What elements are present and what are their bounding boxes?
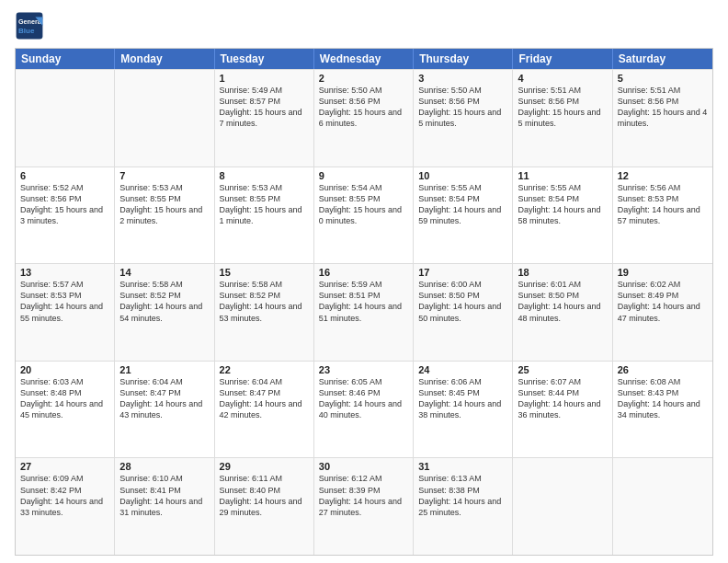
- calendar-cell: 5Sunrise: 5:51 AM Sunset: 8:56 PM Daylig…: [613, 70, 712, 167]
- weekday-header: Monday: [115, 49, 214, 69]
- day-number: 26: [618, 364, 708, 375]
- calendar-cell: 17Sunrise: 6:00 AM Sunset: 8:50 PM Dayli…: [414, 264, 513, 361]
- day-info: Sunrise: 6:02 AM Sunset: 8:49 PM Dayligh…: [618, 279, 708, 324]
- logo-icon: General Blue: [15, 11, 44, 40]
- day-number: 9: [319, 170, 408, 181]
- day-number: 28: [119, 461, 209, 472]
- calendar-cell: 2Sunrise: 5:50 AM Sunset: 8:56 PM Daylig…: [314, 70, 414, 167]
- calendar-cell: 9Sunrise: 5:54 AM Sunset: 8:55 PM Daylig…: [314, 167, 414, 264]
- calendar-cell: 12Sunrise: 5:56 AM Sunset: 8:53 PM Dayli…: [613, 167, 712, 264]
- day-info: Sunrise: 5:52 AM Sunset: 8:56 PM Dayligh…: [20, 182, 109, 227]
- calendar-cell: 18Sunrise: 6:01 AM Sunset: 8:50 PM Dayli…: [513, 264, 612, 361]
- day-info: Sunrise: 5:58 AM Sunset: 8:52 PM Dayligh…: [220, 279, 309, 324]
- calendar-cell: 14Sunrise: 5:58 AM Sunset: 8:52 PM Dayli…: [115, 264, 214, 361]
- calendar-cell: 7Sunrise: 5:53 AM Sunset: 8:55 PM Daylig…: [115, 167, 214, 264]
- day-info: Sunrise: 5:59 AM Sunset: 8:51 PM Dayligh…: [319, 279, 408, 324]
- day-number: 4: [518, 73, 607, 84]
- calendar-header: SundayMondayTuesdayWednesdayThursdayFrid…: [16, 49, 712, 69]
- day-info: Sunrise: 6:00 AM Sunset: 8:50 PM Dayligh…: [418, 279, 507, 324]
- calendar-cell: 30Sunrise: 6:12 AM Sunset: 8:39 PM Dayli…: [314, 458, 414, 555]
- day-info: Sunrise: 5:53 AM Sunset: 8:55 PM Dayligh…: [220, 182, 309, 227]
- weekday-header: Saturday: [613, 49, 712, 69]
- day-number: 6: [20, 170, 109, 181]
- day-info: Sunrise: 5:51 AM Sunset: 8:56 PM Dayligh…: [518, 85, 607, 130]
- day-number: 5: [618, 73, 708, 84]
- weekday-header: Friday: [513, 49, 612, 69]
- calendar-cell: 20Sunrise: 6:03 AM Sunset: 8:48 PM Dayli…: [16, 362, 115, 458]
- calendar-cell: 31Sunrise: 6:13 AM Sunset: 8:38 PM Dayli…: [414, 458, 513, 555]
- day-number: 27: [20, 461, 109, 472]
- day-number: 31: [418, 461, 507, 472]
- day-info: Sunrise: 5:55 AM Sunset: 8:54 PM Dayligh…: [518, 182, 607, 227]
- calendar-cell: 24Sunrise: 6:06 AM Sunset: 8:45 PM Dayli…: [414, 362, 513, 458]
- calendar-cell: 29Sunrise: 6:11 AM Sunset: 8:40 PM Dayli…: [215, 458, 314, 555]
- day-number: 13: [20, 267, 109, 278]
- svg-text:Blue: Blue: [18, 27, 35, 35]
- day-info: Sunrise: 5:57 AM Sunset: 8:53 PM Dayligh…: [20, 279, 109, 324]
- calendar-cell: 28Sunrise: 6:10 AM Sunset: 8:41 PM Dayli…: [115, 458, 214, 555]
- calendar-cell: 1Sunrise: 5:49 AM Sunset: 8:57 PM Daylig…: [215, 70, 314, 167]
- calendar-body: 1Sunrise: 5:49 AM Sunset: 8:57 PM Daylig…: [16, 69, 712, 555]
- calendar-cell: 15Sunrise: 5:58 AM Sunset: 8:52 PM Dayli…: [215, 264, 314, 361]
- day-info: Sunrise: 5:58 AM Sunset: 8:52 PM Dayligh…: [119, 279, 209, 324]
- day-number: 1: [220, 73, 309, 84]
- day-number: 29: [220, 461, 309, 472]
- day-info: Sunrise: 5:56 AM Sunset: 8:53 PM Dayligh…: [618, 182, 708, 227]
- calendar-cell: 11Sunrise: 5:55 AM Sunset: 8:54 PM Dayli…: [513, 167, 612, 264]
- calendar-cell: [115, 70, 214, 167]
- calendar-cell: [613, 458, 712, 555]
- day-number: 30: [319, 461, 408, 472]
- day-info: Sunrise: 6:13 AM Sunset: 8:38 PM Dayligh…: [418, 473, 507, 518]
- day-info: Sunrise: 5:53 AM Sunset: 8:55 PM Dayligh…: [119, 182, 209, 227]
- calendar-cell: 13Sunrise: 5:57 AM Sunset: 8:53 PM Dayli…: [16, 264, 115, 361]
- calendar-row: 20Sunrise: 6:03 AM Sunset: 8:48 PM Dayli…: [16, 361, 712, 458]
- calendar-cell: 8Sunrise: 5:53 AM Sunset: 8:55 PM Daylig…: [215, 167, 314, 264]
- day-info: Sunrise: 5:50 AM Sunset: 8:56 PM Dayligh…: [418, 85, 507, 130]
- calendar-cell: 22Sunrise: 6:04 AM Sunset: 8:47 PM Dayli…: [215, 362, 314, 458]
- calendar-cell: 3Sunrise: 5:50 AM Sunset: 8:56 PM Daylig…: [414, 70, 513, 167]
- day-info: Sunrise: 6:07 AM Sunset: 8:44 PM Dayligh…: [518, 376, 607, 421]
- day-number: 14: [119, 267, 209, 278]
- day-number: 2: [319, 73, 408, 84]
- calendar: SundayMondayTuesdayWednesdayThursdayFrid…: [15, 48, 713, 556]
- day-info: Sunrise: 5:50 AM Sunset: 8:56 PM Dayligh…: [319, 85, 408, 130]
- weekday-header: Thursday: [414, 49, 513, 69]
- day-number: 10: [418, 170, 507, 181]
- day-number: 23: [319, 364, 408, 375]
- day-info: Sunrise: 6:11 AM Sunset: 8:40 PM Dayligh…: [220, 473, 309, 518]
- day-number: 24: [418, 364, 507, 375]
- day-number: 21: [119, 364, 209, 375]
- calendar-cell: 25Sunrise: 6:07 AM Sunset: 8:44 PM Dayli…: [513, 362, 612, 458]
- weekday-header: Sunday: [16, 49, 115, 69]
- day-number: 15: [220, 267, 309, 278]
- calendar-row: 6Sunrise: 5:52 AM Sunset: 8:56 PM Daylig…: [16, 167, 712, 264]
- weekday-header: Wednesday: [314, 49, 414, 69]
- day-info: Sunrise: 5:55 AM Sunset: 8:54 PM Dayligh…: [418, 182, 507, 227]
- calendar-cell: [16, 70, 115, 167]
- day-number: 7: [119, 170, 209, 181]
- day-number: 17: [418, 267, 507, 278]
- day-info: Sunrise: 6:10 AM Sunset: 8:41 PM Dayligh…: [119, 473, 209, 518]
- calendar-cell: 23Sunrise: 6:05 AM Sunset: 8:46 PM Dayli…: [314, 362, 414, 458]
- day-number: 19: [618, 267, 708, 278]
- logo: General Blue: [15, 11, 44, 40]
- day-number: 18: [518, 267, 607, 278]
- day-number: 12: [618, 170, 708, 181]
- calendar-cell: 21Sunrise: 6:04 AM Sunset: 8:47 PM Dayli…: [115, 362, 214, 458]
- calendar-row: 27Sunrise: 6:09 AM Sunset: 8:42 PM Dayli…: [16, 457, 712, 555]
- day-info: Sunrise: 5:49 AM Sunset: 8:57 PM Dayligh…: [220, 85, 309, 130]
- header: General Blue: [15, 11, 713, 40]
- page: General Blue SundayMondayTuesdayWednesda…: [0, 0, 728, 563]
- calendar-row: 1Sunrise: 5:49 AM Sunset: 8:57 PM Daylig…: [16, 69, 712, 167]
- day-info: Sunrise: 6:05 AM Sunset: 8:46 PM Dayligh…: [319, 376, 408, 421]
- day-info: Sunrise: 6:01 AM Sunset: 8:50 PM Dayligh…: [518, 279, 607, 324]
- day-info: Sunrise: 6:03 AM Sunset: 8:48 PM Dayligh…: [20, 376, 109, 421]
- calendar-cell: 26Sunrise: 6:08 AM Sunset: 8:43 PM Dayli…: [613, 362, 712, 458]
- day-number: 3: [418, 73, 507, 84]
- day-info: Sunrise: 6:12 AM Sunset: 8:39 PM Dayligh…: [319, 473, 408, 518]
- day-info: Sunrise: 5:54 AM Sunset: 8:55 PM Dayligh…: [319, 182, 408, 227]
- day-info: Sunrise: 6:09 AM Sunset: 8:42 PM Dayligh…: [20, 473, 109, 518]
- calendar-row: 13Sunrise: 5:57 AM Sunset: 8:53 PM Dayli…: [16, 263, 712, 361]
- day-info: Sunrise: 6:04 AM Sunset: 8:47 PM Dayligh…: [220, 376, 309, 421]
- weekday-header: Tuesday: [215, 49, 314, 69]
